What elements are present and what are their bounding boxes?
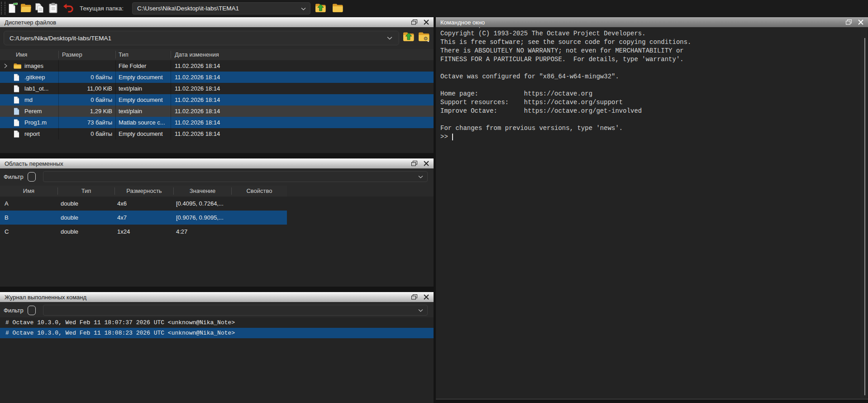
undock-icon[interactable] (846, 19, 852, 25)
table-row[interactable]: Prog1.m 73 байты Matlab source c... 11.0… (0, 117, 434, 128)
main-toolbar: Текущая папка: C:\Users\Nika\Desktop\it-… (0, 0, 868, 17)
expand-chevron-icon[interactable] (0, 63, 14, 68)
close-icon[interactable] (424, 19, 429, 25)
file-type: Empty document (116, 72, 171, 83)
table-row[interactable]: C double 1x24 4:27 (0, 225, 287, 239)
file-table-header[interactable]: Имя Размер Тип Дата изменения (0, 49, 434, 61)
svg-text:⚙: ⚙ (423, 36, 428, 41)
var-dims: 4x6 (115, 197, 174, 211)
panel-title: Журнал выполненных команд (5, 294, 86, 301)
file-type: Empty document (116, 128, 171, 139)
file-name: images (24, 60, 43, 72)
file-size: 0 байты (59, 72, 116, 83)
panel-title: Диспетчер файлов (5, 19, 56, 26)
filter-checkbox[interactable] (28, 306, 36, 315)
var-dims: 4x7 (115, 211, 174, 225)
browse-folder-icon[interactable] (332, 2, 343, 14)
filter-checkbox[interactable] (28, 172, 36, 182)
new-script-icon[interactable] (6, 2, 18, 14)
vertical-scrollbar[interactable] (860, 28, 867, 398)
table-row[interactable]: .gitkeep 0 байты Empty document 11.02.20… (0, 72, 434, 83)
column-header-size[interactable]: Размер (59, 51, 116, 58)
scrollbar-thumb[interactable] (864, 38, 865, 395)
command-window-panel: Командное окно GNU Octave, version 10.3.… (436, 17, 868, 399)
table-row[interactable]: images File Folder 11.02.2026 18:14 (0, 60, 434, 72)
file-name: Perem (24, 106, 42, 117)
file-size: 0 байты (59, 94, 116, 106)
command-window-titlebar[interactable]: Командное окно (436, 17, 868, 27)
copy-icon[interactable] (33, 2, 45, 14)
undock-icon[interactable] (411, 294, 417, 300)
one-directory-up-icon[interactable] (403, 32, 415, 44)
workspace-titlebar[interactable]: Область переменных (0, 158, 434, 168)
command-history-panel: Журнал выполненных команд Фильтр # Octav… (0, 292, 434, 403)
document-icon (14, 96, 21, 104)
current-folder-path: C:\Users\Nika\Desktop\it-labs\TEMA1 (137, 5, 239, 12)
octave-main-window: Текущая папка: C:\Users\Nika\Desktop\it-… (0, 0, 868, 403)
table-row[interactable]: lab1_ot... 11,00 KiB text/plain 11.02.20… (0, 83, 434, 94)
current-folder-label: Текущая папка: (80, 0, 124, 17)
table-row[interactable]: report 0 байты Empty document 11.02.2026… (0, 128, 434, 139)
folder-actions-icon[interactable]: ⚙ (418, 32, 431, 44)
file-size: 1,29 KiB (59, 106, 116, 117)
current-folder-combobox[interactable]: C:\Users\Nika\Desktop\it-labs\TEMA1 (132, 2, 310, 14)
folder-up-icon[interactable] (315, 2, 326, 14)
close-icon[interactable] (858, 19, 863, 25)
var-attribute (232, 197, 287, 211)
file-size: 11,00 KiB (59, 83, 116, 94)
chevron-down-icon (418, 173, 423, 180)
column-header-attribute[interactable]: Свойство (232, 187, 287, 195)
variables-table-header[interactable]: Имя Тип Размерность Значение Свойство (0, 186, 287, 197)
file-date: 11.02.2026 18:14 (171, 128, 434, 139)
panel-title: Командное окно (440, 19, 485, 26)
command-window-output[interactable]: GNU Octave, version 10.3.0 Copyright (C)… (436, 17, 868, 133)
filter-label: Фильтр (4, 173, 24, 180)
var-value: [0.9076, 0.9095,... (174, 211, 232, 225)
undock-icon[interactable] (411, 19, 417, 25)
file-name: report (24, 128, 40, 139)
file-size: 73 байты (59, 117, 116, 128)
document-icon (14, 130, 21, 138)
file-date: 11.02.2026 18:14 (171, 83, 434, 94)
table-row[interactable]: A double 4x6 [0.4095, 0.7264,... (0, 197, 287, 211)
file-type: text/plain (116, 83, 171, 94)
column-header-name[interactable]: Имя (0, 187, 58, 195)
column-header-value[interactable]: Значение (174, 187, 232, 195)
file-name: lab1_ot... (24, 83, 49, 94)
filter-combobox[interactable] (43, 171, 428, 182)
column-header-dims[interactable]: Размерность (115, 187, 174, 195)
undock-icon[interactable] (411, 161, 417, 166)
file-type: text/plain (116, 106, 171, 117)
close-icon[interactable] (424, 294, 429, 300)
paste-icon[interactable] (47, 2, 59, 14)
close-icon[interactable] (424, 161, 429, 166)
open-file-icon[interactable] (20, 2, 32, 14)
history-entry[interactable]: # Octave 10.3.0, Wed Feb 11 18:08:23 202… (0, 328, 434, 338)
table-row[interactable]: md 0 байты Empty document 11.02.2026 18:… (0, 94, 434, 106)
history-entry[interactable]: # Octave 10.3.0, Wed Feb 11 18:07:37 202… (0, 317, 434, 328)
text-cursor[interactable] (452, 134, 453, 140)
column-header-type[interactable]: Тип (58, 187, 115, 195)
column-header-date[interactable]: Дата изменения (171, 51, 434, 58)
var-value: [0.4095, 0.7264,... (174, 197, 232, 211)
document-icon (14, 85, 21, 92)
file-manager-panel: Диспетчер файлов C:/Users/Nika/Desktop/i… (0, 17, 434, 153)
prompt: >> (440, 133, 448, 141)
file-type: Empty document (116, 94, 171, 106)
file-list: images File Folder 11.02.2026 18:14 .git… (0, 60, 434, 153)
filter-combobox[interactable] (43, 305, 428, 316)
file-date: 11.02.2026 18:14 (171, 72, 434, 83)
file-manager-path-combobox[interactable]: C:/Users/Nika/Desktop/it-labs/TEMA1 (4, 31, 399, 45)
column-header-name[interactable]: Имя (0, 51, 59, 58)
table-row[interactable]: Perem 1,29 KiB text/plain 11.02.2026 18:… (0, 106, 434, 117)
toolbar-drag-handle[interactable] (1, 2, 5, 14)
column-header-type[interactable]: Тип (116, 51, 171, 58)
undo-icon[interactable] (62, 2, 74, 14)
file-name: .gitkeep (24, 72, 45, 83)
table-row[interactable]: B double 4x7 [0.9076, 0.9095,... (0, 211, 287, 225)
panel-title: Область переменных (5, 160, 63, 167)
chevron-down-icon (418, 307, 423, 314)
file-manager-titlebar[interactable]: Диспетчер файлов (0, 17, 434, 27)
var-name: B (0, 211, 58, 225)
command-history-titlebar[interactable]: Журнал выполненных команд (0, 292, 434, 302)
